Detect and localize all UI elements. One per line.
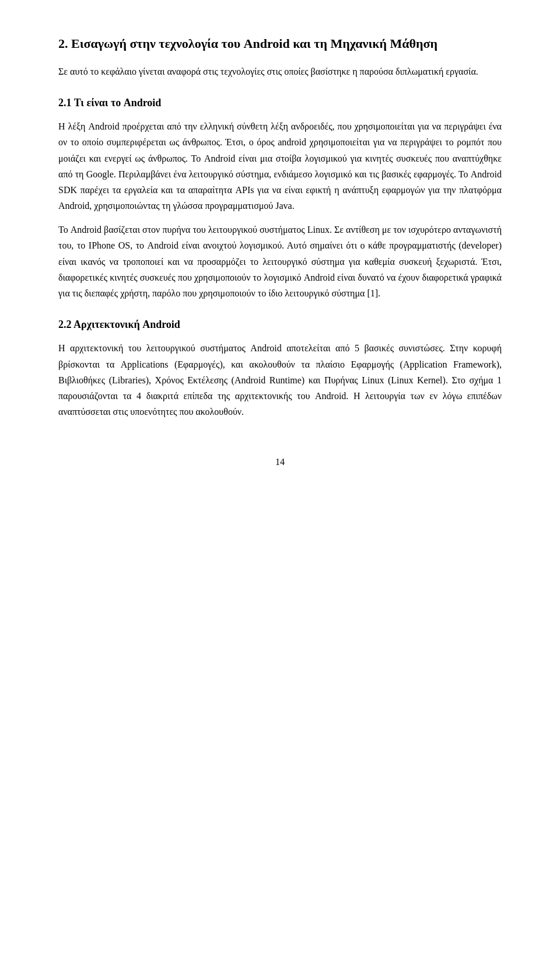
section-2-paragraph-1: Η αρχιτεκτονική του λειτουργικού συστήμα… xyxy=(58,340,502,420)
section-1-title: 2.1 Τι είναι το Android xyxy=(58,96,502,110)
section-2-title: 2.2 Αρχιτεκτονική Android xyxy=(58,317,502,332)
section-1-paragraph-1: Η λέξη Android προέρχεται από την ελληνι… xyxy=(58,118,502,214)
chapter-intro: Σε αυτό το κεφάλαιο γίνεται αναφορά στις… xyxy=(58,64,502,79)
section-1-paragraph-2: Το Android βασίζεται στον πυρήνα του λει… xyxy=(58,222,502,301)
chapter-title: 2. Εισαγωγή στην τεχνολογία του Android … xyxy=(58,35,502,53)
page-number: 14 xyxy=(58,455,502,470)
